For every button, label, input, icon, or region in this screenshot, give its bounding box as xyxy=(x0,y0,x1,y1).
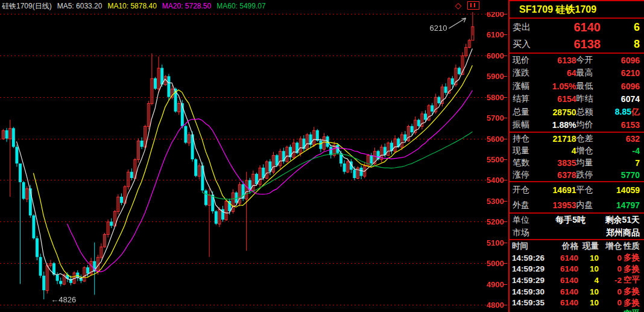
tick-nature: 多换 xyxy=(622,286,640,297)
chart-pane: 硅铁1709(日线) MA5: 6033.20 MA10: 5878.40 MA… xyxy=(0,0,508,312)
stat-label: 涨跌 xyxy=(513,68,543,78)
tick-volume: 10 xyxy=(578,287,599,296)
tick-time: 14:59:29 xyxy=(512,264,549,273)
tick-nature: 多换 xyxy=(622,264,640,275)
stat-label: 持仓 xyxy=(513,133,543,144)
tick-volume: 10 xyxy=(578,253,599,263)
tick-header-cell: 时间 xyxy=(512,241,549,252)
tick-table-row: 14:59:356140100多换 xyxy=(510,297,644,308)
stat-row: 涨幅1.05%最低6096 xyxy=(510,80,644,93)
info-value: 剩余51天 xyxy=(586,215,640,226)
stat-label: 增仓 xyxy=(576,145,607,156)
stat-label: 涨幅 xyxy=(513,81,543,92)
info-label: 市场 xyxy=(513,228,543,238)
stat-label: 内盘 xyxy=(576,200,607,211)
stat-label: 现量 xyxy=(513,145,543,156)
bidask-qty: 8 xyxy=(601,38,640,51)
price-stats-section: 现价6138今开6096涨跌64最高6210涨幅1.05%最低6096结算615… xyxy=(510,54,644,133)
stat-label: 仓差 xyxy=(576,133,607,144)
stat-label: 结算 xyxy=(513,94,543,104)
bid-ask-section: 卖出61406买入61388 xyxy=(510,19,644,54)
tick-header-cell: 现量 xyxy=(578,241,599,252)
tick-volume: 4 xyxy=(578,276,599,285)
tick-nature: 空平 xyxy=(622,308,640,312)
stat-label: 振幅 xyxy=(513,119,543,130)
tick-nature: 多换 xyxy=(622,298,640,308)
tick-table-row: 14:59:296140100多换 xyxy=(510,264,644,275)
stat-label: 开仓 xyxy=(513,185,543,196)
stat-value: 6210 xyxy=(607,68,640,78)
stat-value: 6138 xyxy=(543,56,576,65)
tick-header-cell: 增仓 xyxy=(599,241,622,252)
candlestick-chart[interactable] xyxy=(0,12,507,312)
stat-value: 14059 xyxy=(607,185,640,195)
stat-value: 64 xyxy=(543,68,576,78)
tick-position-change: 0 xyxy=(599,264,622,273)
diamond-icon[interactable]: ◇ xyxy=(455,1,461,10)
stat-value: 14797 xyxy=(607,200,640,210)
tick-table: 时间价格现量增仓性质14:59:266140100多换14:59:2961401… xyxy=(510,240,644,312)
stat-row: 笔数3835均量7 xyxy=(510,157,644,169)
contract-info-section: 单位每手5吨剩余51天市场郑州商品 xyxy=(510,214,644,240)
stat-value: 6074 xyxy=(607,94,640,104)
tick-time: 14:59:30 xyxy=(512,287,549,296)
stat-row: 结算6154昨结6074 xyxy=(510,93,644,106)
stat-value: 632 xyxy=(607,134,640,144)
stat-row: 涨跌64最高6210 xyxy=(510,67,644,80)
bidask-price[interactable]: 6140 xyxy=(540,21,601,34)
tick-nature: 多换 xyxy=(622,252,640,263)
stat-value-suffix: 亿 xyxy=(631,107,640,116)
stat-label: 跌停 xyxy=(576,170,607,180)
stat-value: 6378 xyxy=(543,170,576,180)
bidask-qty: 6 xyxy=(601,21,640,34)
open-close-stats-section: 开仓14691平仓14059外盘13953内盘14797 xyxy=(510,182,644,214)
bidask-label: 买入 xyxy=(513,39,540,50)
stat-label: 最高 xyxy=(576,68,607,78)
tick-position-change: 0 xyxy=(599,287,622,296)
stat-row: 涨停6378跌停5770 xyxy=(510,169,644,181)
stat-label: 昨结 xyxy=(576,94,607,104)
ma20-legend: MA20: 5728.50 xyxy=(162,2,211,10)
stat-label: 现价 xyxy=(513,55,543,66)
stat-value: 1.88% xyxy=(543,120,576,130)
stat-value: -4 xyxy=(607,146,640,156)
stat-label: 均价 xyxy=(576,119,607,130)
chart-header: 硅铁1709(日线) MA5: 6033.20 MA10: 5878.40 MA… xyxy=(0,0,510,12)
stat-value: 7 xyxy=(607,158,640,168)
stat-value: 28750 xyxy=(543,107,576,117)
stat-label: 总额 xyxy=(576,107,607,118)
tick-time: 14:59:26 xyxy=(512,253,549,263)
stat-value: 6153 xyxy=(607,120,640,130)
tick-price: 6140 xyxy=(549,253,578,263)
bid-row: 买入61388 xyxy=(510,36,644,53)
stat-value: 21718 xyxy=(543,134,576,144)
stat-value: 8.85亿 xyxy=(607,107,640,118)
kline-view-icon[interactable] xyxy=(467,1,479,10)
tick-table-row: 14:59:2961404-2空平 xyxy=(510,275,644,286)
contract-title: SF1709 硅铁1709 xyxy=(510,1,644,19)
ma10-legend: MA10: 5878.40 xyxy=(107,2,156,10)
stat-label: 外盘 xyxy=(513,200,543,211)
stat-value: 13953 xyxy=(543,200,576,210)
stat-row: 开仓14691平仓14059 xyxy=(510,182,644,197)
stat-label: 最低 xyxy=(576,81,607,92)
chart-symbol-label: 硅铁1709(日线) xyxy=(2,1,52,11)
tick-position-change: 0 xyxy=(599,253,622,263)
stat-row: 现价6138今开6096 xyxy=(510,54,644,67)
bidask-price[interactable]: 6138 xyxy=(540,37,601,51)
tick-table-row: 空平 xyxy=(510,308,644,312)
stat-row: 外盘13953内盘14797 xyxy=(510,197,644,212)
tick-table-header: 时间价格现量增仓性质 xyxy=(510,240,644,252)
stat-value: 4 xyxy=(543,146,576,156)
stat-row: 持仓21718仓差632 xyxy=(510,133,644,145)
trading-terminal: 硅铁1709(日线) MA5: 6033.20 MA10: 5878.40 MA… xyxy=(0,0,644,312)
ask-row: 卖出61406 xyxy=(510,19,644,36)
tick-volume: 10 xyxy=(578,264,599,273)
stat-value: 1.05% xyxy=(543,81,576,91)
tick-price: 6140 xyxy=(549,264,578,273)
stat-label: 今开 xyxy=(576,55,607,66)
chart-toolbar: ◇ xyxy=(455,1,479,10)
tick-price: 6140 xyxy=(549,298,578,307)
tick-price: 6140 xyxy=(549,287,578,296)
tick-time: 14:59:29 xyxy=(512,276,549,285)
